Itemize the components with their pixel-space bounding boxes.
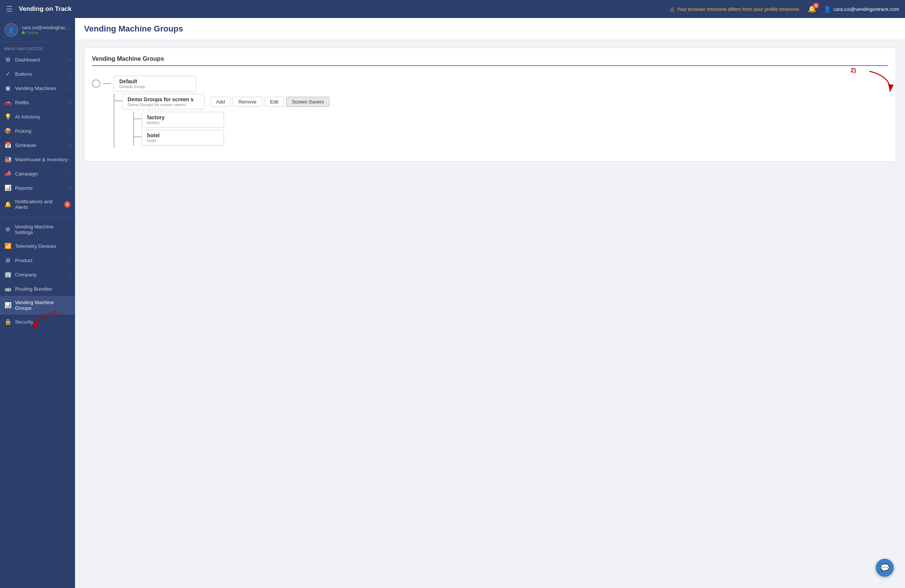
avatar: 👤 [5, 23, 18, 37]
status-dot [22, 31, 25, 34]
chat-icon: 💬 [880, 563, 890, 572]
company-icon: 🏢 [5, 271, 11, 278]
reports-icon: 📊 [5, 184, 11, 191]
tree-children: Demo Groups for screen s Demo Groups for… [114, 94, 888, 148]
telemetry-icon: 📶 [5, 242, 11, 249]
hamburger-menu[interactable]: ☰ [6, 5, 13, 14]
svg-text:2): 2) [851, 67, 856, 73]
tree-grandchild-hotel: hotel hotel [134, 130, 888, 146]
settings-icon: ⚙ [5, 226, 11, 233]
card-title: Vending Machine Groups [92, 55, 888, 66]
chat-button[interactable]: 💬 [876, 559, 894, 577]
tree-grandchildren: factory factory [133, 112, 888, 146]
tree-grandchild-hotel-sub: hotel [147, 138, 159, 143]
sidebar-user-email: cara.cui@vendingtrack... [22, 25, 71, 30]
sidebar-item-notifications-alerts[interactable]: 🔔 Notifications and Alerts 9 [0, 195, 75, 214]
refills-icon: 🚗 [5, 99, 11, 106]
tree-grandchild-hotel-item[interactable]: hotel hotel [141, 130, 224, 146]
add-button[interactable]: Add [211, 97, 230, 107]
sidebar-item-label: Vending Machine Groups [15, 300, 71, 311]
tree-root-sub: Default Group [119, 84, 145, 89]
chevron-icon: ‹ [69, 71, 71, 76]
sidebar-item-label: Company [15, 272, 37, 277]
sidebar-item-schedule[interactable]: 📅 Schedule ‹ [0, 138, 75, 152]
sidebar-item-security[interactable]: 🔒 Security [0, 315, 75, 329]
sidebar-item-label: Picking [15, 128, 32, 134]
sidebar-item-warehouse-inventory[interactable]: 🏭 Warehouse & Inventory ‹ [0, 152, 75, 166]
sidebar-item-label: Warehouse & Inventory [15, 157, 68, 162]
user-email-header: cara.cui@vendingontrack.com [834, 6, 899, 12]
warning-icon: ⚠ [669, 6, 675, 13]
sidebar-divider [0, 217, 75, 217]
sidebar-item-label: Routing Bundles [15, 286, 52, 292]
groups-icon: 📊 [5, 302, 11, 309]
top-header: ☰ Vending on Track ⚠ Your browser timezo… [0, 0, 905, 18]
sidebar-item-label: Telemetry Devices [15, 243, 56, 249]
tree-root-circle [92, 79, 100, 88]
vending-machines-icon: ▣ [5, 85, 11, 92]
sidebar-item-label: Refills [15, 100, 29, 105]
tree-child-content: Demo Groups for screen s Demo Groups for… [122, 94, 888, 148]
chevron-icon: ‹ [69, 272, 71, 277]
edit-button[interactable]: Edit [265, 97, 284, 107]
user-menu[interactable]: 👤 cara.cui@vendingontrack.com [824, 6, 899, 13]
sidebar-item-vending-machine-settings[interactable]: ⚙ Vending Machine Settings [0, 220, 75, 239]
screen-savers-button[interactable]: Screen Savers [286, 97, 329, 107]
sidebar-item-label: AI Advisory [15, 114, 41, 120]
sidebar-item-reports[interactable]: 📊 Reports ‹ [0, 181, 75, 195]
security-icon: 🔒 [5, 319, 11, 325]
nav-section-label: MAIN NAVIGATION [0, 42, 75, 52]
main-content: Vending Machine Groups Vending Machine G… [75, 18, 905, 588]
sidebar-item-dashboard[interactable]: ⊞ Dashboard ‹ [0, 52, 75, 67]
sidebar-item-label: Vending Machine Settings [14, 224, 71, 235]
tree-child-demo-sub: Demo Groups for screen savers [127, 102, 194, 107]
warehouse-icon: 🏭 [5, 156, 11, 163]
notification-bell[interactable]: 🔔 8 [808, 5, 816, 13]
sidebar-item-company[interactable]: 🏢 Company ‹ [0, 267, 75, 282]
chevron-icon: ‹ [69, 258, 71, 263]
tree-grandchild-connector-2 [134, 136, 141, 137]
picking-icon: 📦 [5, 127, 11, 134]
tree-child-demo: Demo Groups for screen s Demo Groups for… [114, 94, 888, 148]
sidebar-item-vending-machines[interactable]: ▣ Vending Machines ‹ [0, 81, 75, 95]
chevron-icon: ‹ [69, 157, 71, 162]
sidebar-item-label: Dashboard [15, 57, 40, 63]
chevron-icon: ‹ [69, 86, 71, 90]
tz-warning-text: Your browser timezone differs from your … [677, 6, 800, 12]
notifications-icon: 🔔 [5, 201, 11, 208]
sidebar-item-vending-machine-groups[interactable]: 📊 Vending Machine Groups 1) [0, 296, 75, 315]
sidebar-item-campaign[interactable]: 📣 Campaign ‹ [0, 166, 75, 181]
timezone-warning: ⚠ Your browser timezone differs from you… [669, 6, 800, 13]
sidebar-item-routing-bundles[interactable]: 🚌 Routing Bundles [0, 282, 75, 296]
tree-grandchild-factory: factory factory [134, 112, 888, 127]
tree-grandchild-hotel-name: hotel [147, 132, 159, 138]
sidebar-item-ai-advisory[interactable]: 💡 AI Advisory [0, 109, 75, 124]
sidebar-item-picking[interactable]: 📦 Picking ‹ [0, 124, 75, 138]
chevron-icon: ‹ [69, 100, 71, 105]
tree-root-item[interactable]: Default Default Group [114, 76, 196, 92]
chevron-icon: ‹ [69, 128, 71, 133]
sidebar-user-status: Online [22, 30, 71, 35]
sidebar-item-label: Schedule [15, 143, 36, 148]
content-body: Vending Machine Groups Default Default G… [75, 40, 905, 588]
product-icon: ⊞ [5, 257, 11, 264]
brand-title: Vending on Track [19, 5, 71, 13]
buttons-icon: ✓ [5, 70, 11, 77]
sidebar-item-buttons[interactable]: ✓ Buttons ‹ [0, 67, 75, 81]
sidebar-item-label: Reports [15, 185, 33, 191]
tree-child-demo-item[interactable]: Demo Groups for screen s Demo Groups for… [122, 94, 205, 109]
tree-grandchild-factory-content: factory factory [147, 114, 165, 125]
sidebar-item-refills[interactable]: 🚗 Refills ‹ [0, 95, 75, 109]
tree-grandchild-factory-item[interactable]: factory factory [141, 112, 224, 127]
sidebar-item-product[interactable]: ⊞ Product ‹ [0, 253, 75, 267]
chevron-icon: ‹ [69, 57, 71, 62]
chevron-icon: ‹ [69, 185, 71, 190]
sidebar-item-telemetry-devices[interactable]: 📶 Telemetry Devices [0, 239, 75, 253]
ai-advisory-icon: 💡 [5, 113, 11, 120]
sidebar-item-label: Vending Machines [15, 86, 56, 91]
remove-button[interactable]: Remove [233, 97, 262, 107]
tree-root-content: Default Default Group [119, 78, 145, 89]
notifications-badge: 9 [64, 201, 71, 208]
tree-child-demo-name: Demo Groups for screen s [127, 97, 194, 102]
tree-child-connector [114, 100, 122, 101]
